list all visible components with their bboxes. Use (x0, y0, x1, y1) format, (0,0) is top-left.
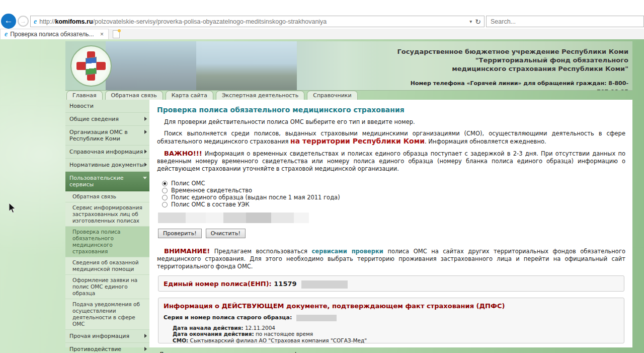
banner-photo-collage (196, 41, 297, 91)
start-date-value: 12.11.2004 (244, 325, 275, 331)
nav-tab-feedback[interactable]: Обратная связь (105, 91, 163, 100)
refresh-icon[interactable]: ↻ (475, 18, 481, 26)
new-tab-button[interactable] (113, 30, 120, 38)
ie-tab-icon: e (5, 30, 8, 38)
nav-tab-expert[interactable]: Экспертная деятельность (216, 91, 304, 100)
policy-type-radio-group: Полис ОМС Временное свидетельство Полис … (162, 180, 625, 208)
sidebar-subitem-notification[interactable]: Подача уведомления об осуществлении деят… (65, 299, 149, 330)
sidebar-item-reference[interactable]: Справочная информация (65, 146, 149, 159)
enp-label: Единый номер полиса(ЕНП): (164, 280, 272, 288)
check-services-link[interactable]: сервисами проверки (312, 248, 383, 255)
radio-option-temp-certificate[interactable]: Временное свидетельство (162, 187, 625, 194)
sidebar-item-news[interactable]: Новости (65, 100, 149, 113)
tab-strip: e Проверка полиса обязатель... × (0, 29, 644, 39)
forward-icon: → (20, 18, 26, 25)
check-button[interactable]: Проверить! (158, 229, 202, 238)
smo-value: Сыктывкарский филиал АО "Страховая компа… (188, 337, 367, 343)
page-title: Проверка полиса обязательного медицинско… (157, 106, 625, 114)
policy-number-input-redacted[interactable] (158, 213, 309, 223)
address-bar[interactable]: e http://komifoms.ru/polzovatelskie-serv… (30, 16, 485, 27)
back-icon: ← (5, 16, 13, 25)
search-placeholder: Search... (491, 18, 516, 25)
tab-title: Проверка полиса обязатель... (10, 31, 99, 38)
site-nav: Главная Обратная связь Карта сайта Экспе… (66, 91, 358, 100)
nav-tab-sitemap[interactable]: Карта сайта (166, 91, 213, 100)
radio-icon[interactable] (162, 202, 168, 207)
browser-search-input[interactable]: Search... (486, 16, 644, 27)
nav-tab-directories[interactable]: Справочники (307, 91, 357, 100)
komi-flag-icon (86, 57, 97, 75)
org-name-line2: "Территориальный фонд обязательного (397, 56, 628, 64)
banner-photo-collage (297, 41, 377, 91)
org-name-line1: Государственное бюджетное учреждение Рес… (397, 47, 628, 56)
browser-forward-button[interactable]: → (18, 16, 29, 27)
close-tab-icon[interactable]: × (99, 31, 105, 38)
sidebar-item-user-services[interactable]: Пользовательские сервисы (65, 172, 149, 191)
url-path: /polzovatelskie-servisy/proverka-polisa-… (93, 18, 467, 25)
ie-page-icon: e (34, 18, 37, 26)
chevron-right-icon (144, 117, 147, 121)
old-policy-label: Серия и номер полиса старого образца: (164, 314, 292, 321)
enp-box: Единый номер полиса(ЕНП): 11579 (158, 275, 624, 292)
radio-icon[interactable] (162, 188, 168, 193)
clear-button[interactable]: Очистить! (206, 229, 246, 238)
chevron-right-icon (144, 130, 147, 134)
chevron-right-icon (144, 334, 147, 338)
dpfs-box: Информация о ДЕЙСТВУЮЩЕМ документе, подт… (158, 298, 624, 343)
hotline-phone: Номер телефона «Горячей линии» для обращ… (397, 79, 628, 91)
site-wrapper: Государственное бюджетное учреждение Рес… (65, 41, 632, 347)
start-date-label: Дата начала действия: (173, 325, 244, 331)
main-content: Проверка полиса обязательного медицинско… (149, 100, 632, 347)
old-policy-redacted (296, 315, 337, 321)
search-scope-paragraph: Поиск выполняется среди полисов, выданны… (157, 130, 625, 146)
site-header-banner: Государственное бюджетное учреждение Рес… (65, 41, 632, 91)
dpfs-title: Информация о ДЕЙСТВУЮЩЕМ документе, подт… (164, 302, 619, 310)
chevron-right-icon (144, 163, 147, 167)
banner-photo-collage (106, 41, 196, 91)
sidebar-item-general[interactable]: Общие сведения (65, 113, 149, 126)
sidebar-subitem-medical-help[interactable]: Сведения об оказанной медицинской помощи (65, 257, 149, 275)
url-protocol: http:// (39, 18, 55, 25)
radio-icon[interactable] (162, 181, 168, 186)
chevron-right-icon (144, 347, 147, 351)
org-name-line3: медицинского страхования Республики Коми… (397, 64, 628, 73)
territory-highlight: на территории Республики Коми (290, 137, 425, 145)
attention-label: ВНИМАНИЕ! (164, 247, 210, 255)
documents-table-title: Данные документов, подтверждающих факт с… (159, 350, 625, 353)
smo-label: СМО: (173, 337, 188, 343)
address-dropdown-icon[interactable]: ▾ (469, 19, 472, 24)
important-paragraph: ВАЖНО!!! Информация о временных свидетел… (157, 150, 625, 173)
browser-chrome: ← → e http://komifoms.ru/polzovatelskie-… (0, 0, 644, 39)
sidebar-subitem-feedback[interactable]: Обратная связь (65, 191, 149, 202)
chevron-right-icon (144, 150, 147, 154)
sidebar-item-other-info[interactable]: Прочая информация (65, 330, 149, 343)
end-date-label: Дата окончания действия: (173, 331, 254, 337)
radio-option-uek[interactable]: Полис ОМС в составе УЭК (162, 201, 625, 208)
fund-logo (70, 45, 112, 87)
url-domain: komifoms.ru (55, 18, 93, 25)
sidebar-subitem-policy-check[interactable]: Проверка полиса обязательного медицинско… (65, 227, 149, 257)
sidebar: Новости Общие сведения Организация ОМС в… (65, 100, 149, 347)
sidebar-item-documents[interactable]: Нормативные документы (65, 159, 149, 172)
intro-paragraph: Для проверки действительности полиса ОМС… (157, 118, 625, 126)
sidebar-subitem-policy-request[interactable]: Оформление заявки на полис ОМС единого о… (65, 275, 149, 299)
enp-redacted (301, 280, 348, 289)
browser-back-button[interactable]: ← (1, 14, 16, 29)
nav-tab-home[interactable]: Главная (66, 91, 103, 100)
sidebar-subitem-inform-service[interactable]: Сервис информирования застрахованных лиц… (65, 202, 149, 227)
chevron-down-icon (143, 177, 147, 179)
sidebar-item-oms-org[interactable]: Организация ОМС в Республике Коми (65, 126, 149, 146)
radio-option-unified-polis[interactable]: Полис единого образца (выдан после 1 мая… (162, 194, 625, 201)
sidebar-item-anticorruption[interactable]: Противодействие коррупции (65, 343, 149, 353)
org-name: Государственное бюджетное учреждение Рес… (397, 47, 628, 91)
attention-paragraph: ВНИМАНИЕ! Предлагаем воспользоваться сер… (157, 247, 625, 270)
radio-icon[interactable] (162, 195, 168, 200)
radio-option-polis-oms[interactable]: Полис ОМС (162, 180, 625, 187)
important-label: ВАЖНО!!! (164, 150, 202, 157)
mouse-cursor (9, 203, 16, 214)
browser-tab[interactable]: e Проверка полиса обязатель... × (0, 29, 109, 39)
end-date-value: по настоящее время (254, 331, 313, 337)
enp-value: 11579 (272, 280, 297, 288)
